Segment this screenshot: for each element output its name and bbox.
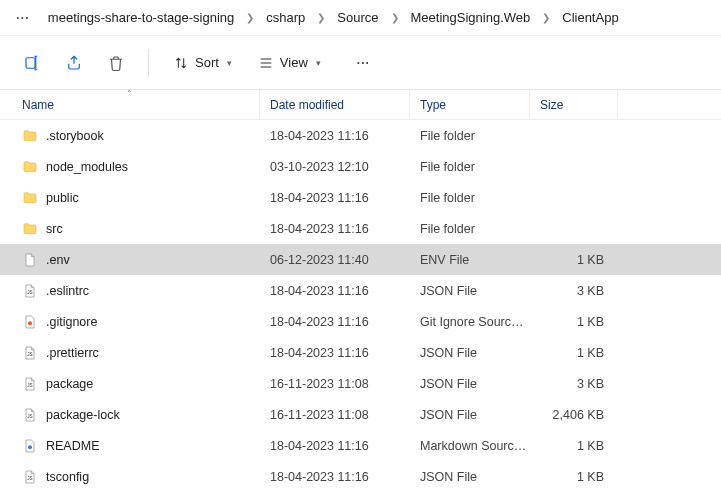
file-icon: [22, 252, 38, 268]
file-type: JSON File: [410, 470, 530, 484]
share-icon: [65, 54, 83, 72]
file-row[interactable]: README18-04-2023 11:16Markdown Source...…: [0, 430, 721, 461]
file-size: 1 KB: [530, 439, 618, 453]
share-button[interactable]: [56, 45, 92, 81]
file-name: src: [46, 222, 63, 236]
file-date: 18-04-2023 11:16: [260, 439, 410, 453]
sort-button[interactable]: Sort ▾: [163, 49, 242, 77]
chevron-right-icon: ❯: [389, 12, 401, 23]
file-type: Git Ignore Source ...: [410, 315, 530, 329]
file-name: tsconfig: [46, 470, 89, 484]
file-type: Markdown Source...: [410, 439, 530, 453]
file-name: .storybook: [46, 129, 104, 143]
json-icon: [22, 469, 38, 485]
file-row[interactable]: node_modules03-10-2023 12:10File folder: [0, 151, 721, 182]
file-type: JSON File: [410, 284, 530, 298]
breadcrumb-overflow[interactable]: ···: [8, 6, 38, 29]
view-label: View: [280, 55, 308, 70]
breadcrumb-item[interactable]: csharp: [258, 6, 313, 29]
folder-icon: [22, 221, 38, 237]
file-row[interactable]: .gitignore18-04-2023 11:16Git Ignore Sou…: [0, 306, 721, 337]
file-type: JSON File: [410, 408, 530, 422]
rename-icon: [23, 54, 41, 72]
chevron-right-icon: ❯: [244, 12, 256, 23]
column-header-size[interactable]: Size: [530, 90, 618, 119]
file-date: 16-11-2023 11:08: [260, 377, 410, 391]
file-size: 1 KB: [530, 253, 618, 267]
file-name: public: [46, 191, 79, 205]
file-date: 18-04-2023 11:16: [260, 129, 410, 143]
file-size: 1 KB: [530, 470, 618, 484]
chevron-down-icon: ▾: [316, 58, 321, 68]
file-type: File folder: [410, 129, 530, 143]
file-row[interactable]: package-lock16-11-2023 11:08JSON File2,4…: [0, 399, 721, 430]
file-row[interactable]: .env06-12-2023 11:40ENV File1 KB: [0, 244, 721, 275]
json-icon: [22, 283, 38, 299]
breadcrumb-item[interactable]: meetings-share-to-stage-signing: [40, 6, 242, 29]
file-type: File folder: [410, 222, 530, 236]
md-icon: [22, 438, 38, 454]
trash-icon: [107, 54, 125, 72]
file-date: 03-10-2023 12:10: [260, 160, 410, 174]
delete-button[interactable]: [98, 45, 134, 81]
breadcrumb-item[interactable]: ClientApp: [554, 6, 626, 29]
file-row[interactable]: .storybook18-04-2023 11:16File folder: [0, 120, 721, 151]
file-date: 18-04-2023 11:16: [260, 284, 410, 298]
file-row[interactable]: src18-04-2023 11:16File folder: [0, 213, 721, 244]
breadcrumb-item[interactable]: MeetingSigning.Web: [403, 6, 539, 29]
file-type: File folder: [410, 191, 530, 205]
file-size: 2,406 KB: [530, 408, 618, 422]
file-date: 18-04-2023 11:16: [260, 222, 410, 236]
file-row[interactable]: package16-11-2023 11:08JSON File3 KB: [0, 368, 721, 399]
file-date: 06-12-2023 11:40: [260, 253, 410, 267]
column-header-date[interactable]: Date modified: [260, 90, 410, 119]
file-size: 3 KB: [530, 284, 618, 298]
file-row[interactable]: .eslintrc18-04-2023 11:16JSON File3 KB: [0, 275, 721, 306]
file-name: .env: [46, 253, 70, 267]
file-name: .eslintrc: [46, 284, 89, 298]
git-icon: [22, 314, 38, 330]
file-name: package-lock: [46, 408, 120, 422]
file-date: 18-04-2023 11:16: [260, 346, 410, 360]
sort-label: Sort: [195, 55, 219, 70]
view-icon: [258, 55, 274, 71]
file-row[interactable]: tsconfig18-04-2023 11:16JSON File1 KB: [0, 461, 721, 492]
more-button[interactable]: ···: [347, 50, 380, 76]
column-header-name[interactable]: ˄ Name: [0, 90, 260, 119]
breadcrumb: ··· meetings-share-to-stage-signing ❯ cs…: [0, 0, 721, 36]
sort-indicator-icon: ˄: [127, 89, 132, 99]
file-type: File folder: [410, 160, 530, 174]
column-header-type[interactable]: Type: [410, 90, 530, 119]
file-type: JSON File: [410, 377, 530, 391]
file-date: 18-04-2023 11:16: [260, 191, 410, 205]
file-type: JSON File: [410, 346, 530, 360]
sort-icon: [173, 55, 189, 71]
breadcrumb-item[interactable]: Source: [329, 6, 386, 29]
file-row[interactable]: .prettierrc18-04-2023 11:16JSON File1 KB: [0, 337, 721, 368]
file-list: .storybook18-04-2023 11:16File foldernod…: [0, 120, 721, 492]
file-row[interactable]: public18-04-2023 11:16File folder: [0, 182, 721, 213]
file-size: 1 KB: [530, 315, 618, 329]
file-size: 3 KB: [530, 377, 618, 391]
file-name: .gitignore: [46, 315, 97, 329]
file-name: node_modules: [46, 160, 128, 174]
json-icon: [22, 345, 38, 361]
file-date: 18-04-2023 11:16: [260, 470, 410, 484]
folder-icon: [22, 159, 38, 175]
chevron-down-icon: ▾: [227, 58, 232, 68]
toolbar: Sort ▾ View ▾ ···: [0, 36, 721, 90]
chevron-right-icon: ❯: [540, 12, 552, 23]
json-icon: [22, 407, 38, 423]
file-date: 16-11-2023 11:08: [260, 408, 410, 422]
json-icon: [22, 376, 38, 392]
view-button[interactable]: View ▾: [248, 49, 331, 77]
file-size: 1 KB: [530, 346, 618, 360]
file-date: 18-04-2023 11:16: [260, 315, 410, 329]
file-name: .prettierrc: [46, 346, 99, 360]
folder-icon: [22, 128, 38, 144]
chevron-right-icon: ❯: [315, 12, 327, 23]
rename-button[interactable]: [14, 45, 50, 81]
file-name: package: [46, 377, 93, 391]
column-headers: ˄ Name Date modified Type Size: [0, 90, 721, 120]
folder-icon: [22, 190, 38, 206]
